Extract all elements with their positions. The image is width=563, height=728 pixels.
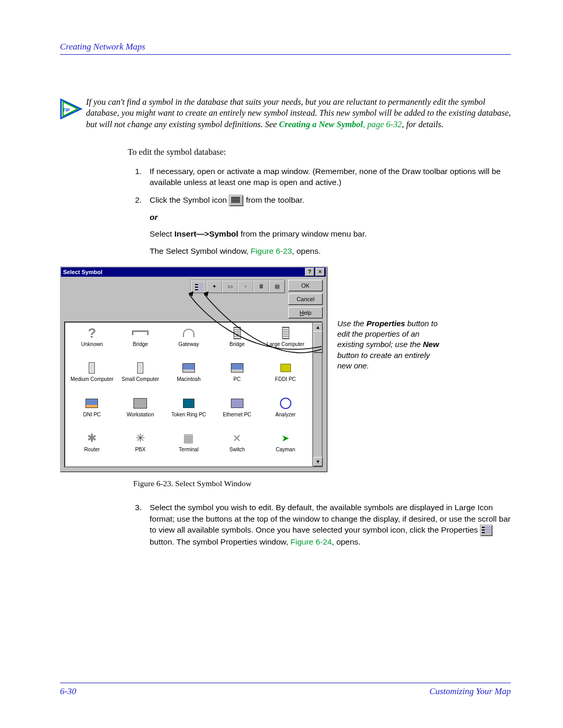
- symbol-item[interactable]: Bridge: [117, 326, 164, 360]
- step-2c-a: Select: [150, 229, 174, 238]
- step-3b: button. The symbol Properties window,: [150, 537, 290, 546]
- sn-b: Properties: [366, 319, 405, 328]
- help-titlebar-button[interactable]: ?: [305, 268, 314, 276]
- symbol-glyph-icon: [277, 326, 295, 340]
- symbol-item[interactable]: Medium Computer: [68, 361, 116, 395]
- symbol-label: Cayman: [276, 447, 295, 452]
- symbol-glyph-icon: [228, 396, 246, 411]
- step-2d-b: , opens.: [292, 246, 321, 255]
- scrollbar[interactable]: ▲ ▼: [313, 322, 323, 467]
- step-2-num: 2.: [135, 194, 144, 257]
- page-number: 6-30: [60, 686, 76, 697]
- view-largeicon-button[interactable]: ▭: [222, 280, 238, 293]
- step-2c-c: from the primary window menu bar.: [238, 229, 366, 238]
- properties-inline-icon: [480, 525, 493, 536]
- symbol-label: Analyzer: [275, 412, 296, 417]
- view-details-button[interactable]: ▤: [269, 280, 285, 293]
- symbol-label: Workstation: [127, 412, 154, 417]
- step-1: 1. If necessary, open or activate a map …: [135, 166, 511, 188]
- symbol-glyph-icon: [277, 431, 295, 446]
- sn-e: button to create an entirely new one.: [337, 351, 430, 370]
- help-key: H: [300, 310, 304, 316]
- step-3a: Select the symbol you wish to edit. By d…: [150, 503, 510, 534]
- view-list-button[interactable]: ≣: [253, 280, 269, 293]
- fig-6-24-ref[interactable]: Figure 6-24: [290, 537, 332, 546]
- tip-text-post: , for details.: [402, 119, 444, 129]
- step-2: 2. Click the Symbol icon from the toolba…: [135, 194, 511, 257]
- tip-block: TIP If you can't find a symbol in the da…: [60, 96, 511, 130]
- symbol-label: Medium Computer: [70, 376, 113, 382]
- symbol-label: Terminal: [179, 447, 199, 452]
- side-note: Use the Properties button to edit the pr…: [337, 318, 442, 371]
- symbol-glyph-icon: [228, 431, 246, 446]
- or-label: or: [150, 212, 367, 223]
- symbol-glyph-icon: [131, 361, 149, 375]
- help-button[interactable]: Help: [288, 307, 323, 318]
- symbol-grid[interactable]: UnknownBridgeGatewayBridgeLarge Computer…: [64, 322, 313, 467]
- step-1-num: 1.: [135, 166, 144, 188]
- symbol-item[interactable]: Small Computer: [117, 361, 164, 395]
- step-3c: , opens.: [332, 537, 361, 546]
- symbol-label: Large Computer: [266, 341, 304, 347]
- symbol-item[interactable]: Workstation: [117, 396, 164, 430]
- symbol-glyph-icon: [277, 396, 295, 411]
- view-smallicon-button[interactable]: ▫: [238, 280, 253, 293]
- sn-d: New: [423, 340, 439, 349]
- view-properties-button[interactable]: [191, 280, 206, 293]
- symbol-item[interactable]: Bridge: [213, 326, 261, 360]
- tip-badge: TIP: [63, 107, 89, 113]
- tip-text: If you can't find a symbol in the databa…: [86, 96, 511, 130]
- symbol-item[interactable]: DNI PC: [68, 396, 116, 430]
- close-titlebar-button[interactable]: ×: [315, 268, 325, 276]
- symbol-label: FDDI PC: [275, 376, 296, 382]
- tip-icon: TIP: [60, 96, 86, 130]
- step-2b: from the toolbar.: [246, 195, 304, 204]
- symbol-label: Gateway: [178, 341, 199, 347]
- symbol-item[interactable]: Unknown: [68, 326, 116, 360]
- fig-6-23-ref[interactable]: Figure 6-23: [251, 246, 292, 255]
- tip-page-ref: , page 6-32: [363, 119, 402, 129]
- symbol-item[interactable]: Gateway: [165, 326, 213, 360]
- symbol-item[interactable]: Switch: [213, 431, 261, 465]
- symbol-item[interactable]: Ethernet PC: [213, 396, 261, 430]
- figure-caption: Figure 6-23. Select Symbol Window: [60, 479, 325, 488]
- view-new-button[interactable]: ✦: [206, 280, 222, 293]
- window-title: Select Symbol: [62, 269, 304, 275]
- symbol-item[interactable]: Large Computer: [262, 326, 309, 360]
- step-1-text: If necessary, open or activate a map win…: [150, 166, 511, 188]
- symbol-label: Switch: [229, 447, 244, 452]
- symbol-label: Token Ring PC: [172, 412, 206, 417]
- symbol-item[interactable]: Token Ring PC: [165, 396, 213, 430]
- symbol-item[interactable]: FDDI PC: [262, 361, 309, 395]
- symbol-glyph-icon: [228, 326, 246, 340]
- symbol-item[interactable]: PBX: [117, 431, 164, 465]
- select-symbol-window: Select Symbol ? × ✦ ▭ ▫ ≣ ▤: [60, 266, 327, 472]
- cancel-button[interactable]: Cancel: [288, 293, 323, 305]
- symbol-item[interactable]: Cayman: [262, 431, 309, 465]
- step-2d-a: The Select Symbol window,: [150, 246, 251, 255]
- view-mode-buttons: ✦ ▭ ▫ ≣ ▤: [190, 280, 285, 293]
- step-2c-menu: Insert—>Symbol: [174, 229, 238, 238]
- tip-link[interactable]: Creating a New Symbol: [279, 119, 363, 129]
- symbol-item[interactable]: Macintosh: [165, 361, 213, 395]
- step-3: 3. Select the symbol you wish to edit. B…: [135, 502, 511, 548]
- symbol-item[interactable]: Terminal: [165, 431, 213, 465]
- symbol-item[interactable]: PC: [213, 361, 261, 395]
- symbol-label: PC: [234, 376, 241, 382]
- symbol-glyph-icon: [277, 361, 295, 375]
- titlebar[interactable]: Select Symbol ? ×: [61, 267, 326, 277]
- scroll-thumb[interactable]: [313, 331, 323, 353]
- symbol-glyph-icon: [83, 361, 101, 375]
- scroll-down-button[interactable]: ▼: [313, 457, 323, 466]
- symbol-item[interactable]: Analyzer: [262, 396, 309, 430]
- symbol-label: Macintosh: [177, 376, 201, 382]
- ok-button[interactable]: OK: [288, 280, 323, 291]
- symbol-label: Bridge: [229, 341, 244, 347]
- symbol-glyph-icon: [131, 431, 149, 446]
- footer-section: Customizing Your Map: [430, 686, 511, 697]
- sn-a: Use the: [337, 319, 366, 328]
- symbol-item[interactable]: Router: [68, 431, 116, 465]
- symbol-toolbar-icon: [229, 195, 243, 206]
- step-3-num: 3.: [135, 502, 144, 548]
- symbol-glyph-icon: [228, 361, 246, 375]
